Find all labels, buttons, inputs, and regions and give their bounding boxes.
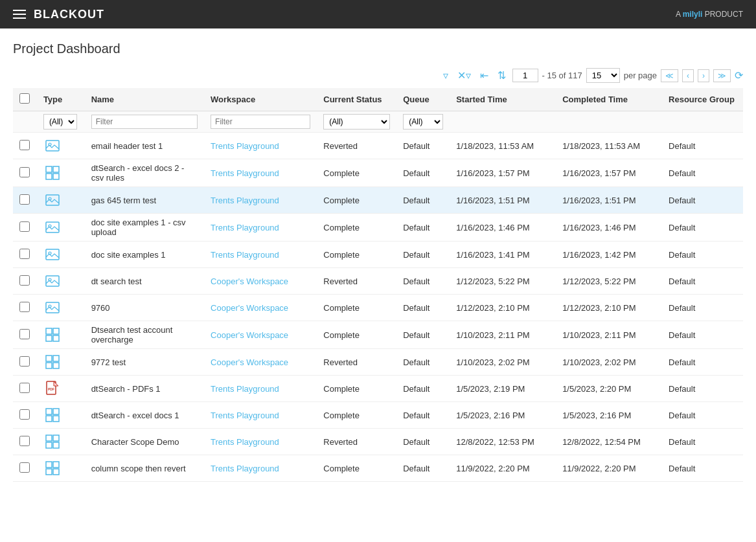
row-name-cell: doc site examples 1: [85, 242, 204, 268]
first-page-icon[interactable]: ⇤: [477, 68, 491, 83]
type-icon-pdf: PDF: [43, 379, 62, 398]
row-type-cell: PDF: [37, 376, 85, 402]
workspace-link[interactable]: Trents Playground: [211, 223, 279, 232]
export-icon[interactable]: ⇅: [495, 68, 509, 83]
status-filter-select[interactable]: (All): [323, 114, 390, 130]
row-queue-cell: Default: [396, 133, 450, 159]
row-type-cell: [37, 187, 85, 214]
queue-filter-select[interactable]: (All): [403, 114, 443, 130]
row-queue: Default: [403, 303, 430, 313]
row-started: 1/5/2023, 2:19 PM: [456, 384, 525, 394]
row-checkbox[interactable]: [19, 409, 30, 420]
type-icon-grid: [43, 433, 62, 451]
row-checkbox[interactable]: [19, 194, 30, 205]
row-workspace-cell: Trents Playground: [204, 214, 317, 242]
next-page-button[interactable]: ›: [698, 69, 709, 82]
workspace-link[interactable]: Trents Playground: [211, 168, 279, 178]
row-started: 1/16/2023, 1:41 PM: [456, 250, 529, 260]
workspace-link[interactable]: Cooper's Workspace: [211, 303, 288, 313]
row-status-cell: Reverted: [317, 268, 396, 295]
table-row: gas 645 term test Trents Playground Comp…: [13, 187, 743, 214]
workspace-link[interactable]: Cooper's Workspace: [211, 277, 288, 286]
row-checkbox[interactable]: [19, 275, 30, 286]
row-checkbox[interactable]: [19, 140, 30, 150]
row-started: 12/8/2022, 12:53 PM: [456, 437, 534, 447]
started-column-header: Started Time: [450, 88, 556, 111]
row-started: 1/16/2023, 1:46 PM: [456, 223, 529, 232]
workspace-link[interactable]: Trents Playground: [211, 464, 279, 473]
type-icon-image: [43, 272, 62, 290]
name-column-header: Name: [85, 88, 204, 111]
row-status: Complete: [323, 330, 360, 340]
table-row: email header test 1 Trents Playground Re…: [13, 133, 743, 159]
row-checkbox[interactable]: [19, 249, 30, 259]
row-resource: Default: [669, 357, 695, 367]
refresh-button[interactable]: ⟳: [735, 69, 743, 82]
row-started: 1/16/2023, 1:57 PM: [456, 168, 529, 178]
per-page-select[interactable]: 15 25 50 100: [586, 68, 620, 83]
row-completed: 1/12/2023, 5:22 PM: [562, 277, 636, 286]
workspace-link[interactable]: Trents Playground: [211, 196, 279, 205]
row-status-cell: Complete: [317, 214, 396, 242]
svg-rect-28: [46, 416, 52, 422]
workspace-link[interactable]: Trents Playground: [211, 437, 279, 447]
row-resource: Default: [669, 250, 695, 260]
row-workspace-cell: Trents Playground: [204, 429, 317, 455]
row-completed: 1/16/2023, 1:51 PM: [562, 196, 636, 205]
workspace-link[interactable]: Cooper's Workspace: [211, 330, 288, 340]
row-name-cell: dtSearch - excel docs 2 - csv rules: [85, 159, 204, 187]
workspace-filter-cell: [204, 111, 317, 133]
type-filter-select[interactable]: (All): [43, 114, 77, 130]
row-checkbox[interactable]: [19, 302, 30, 312]
row-resource: Default: [669, 411, 695, 420]
row-name-cell: column scope then revert: [85, 455, 204, 482]
row-resource: Default: [669, 277, 695, 286]
table-row: doc site examples 1 - csv upload Trents …: [13, 214, 743, 242]
row-checkbox[interactable]: [19, 462, 30, 473]
row-checkbox[interactable]: [19, 436, 30, 446]
row-name-cell: 9760: [85, 295, 204, 321]
row-type-cell: [37, 159, 85, 187]
select-all-checkbox[interactable]: [19, 93, 30, 104]
filter-clear-icon[interactable]: ✕▿: [455, 68, 474, 83]
page-number-input[interactable]: 1: [512, 69, 538, 82]
row-checkbox[interactable]: [19, 383, 30, 393]
brand-label: A milyli PRODUCT: [676, 10, 743, 19]
row-checkbox[interactable]: [19, 329, 30, 339]
row-status-cell: Reverted: [317, 429, 396, 455]
row-checkbox-cell: [13, 376, 37, 402]
per-page-label: per page: [624, 71, 657, 80]
row-started: 1/10/2023, 2:02 PM: [456, 357, 529, 367]
name-filter-cell: [85, 111, 204, 133]
row-name-cell: 9772 test: [85, 349, 204, 376]
workspace-link[interactable]: Trents Playground: [211, 411, 279, 420]
row-queue: Default: [403, 277, 430, 286]
filter-icon[interactable]: ▿: [441, 68, 451, 83]
row-queue-cell: Default: [396, 268, 450, 295]
workspace-link[interactable]: Trents Playground: [211, 384, 279, 394]
name-filter-input[interactable]: [91, 115, 198, 129]
row-completed: 1/12/2023, 2:10 PM: [562, 303, 636, 313]
table-row: 9760 Cooper's Workspace Complete Default…: [13, 295, 743, 321]
row-status: Reverted: [323, 437, 358, 447]
row-name: column scope then revert: [91, 464, 186, 473]
svg-rect-31: [53, 435, 59, 441]
row-checkbox[interactable]: [19, 221, 30, 232]
workspace-filter-input[interactable]: [211, 115, 310, 129]
row-checkbox[interactable]: [19, 167, 30, 177]
row-resource: Default: [669, 384, 695, 394]
hamburger-menu[interactable]: [13, 10, 26, 19]
app-logo: BLACKOUT: [34, 8, 104, 21]
row-queue-cell: Default: [396, 187, 450, 214]
row-queue: Default: [403, 196, 430, 205]
row-checkbox[interactable]: [19, 356, 30, 367]
last-page-button[interactable]: ≫: [713, 69, 731, 82]
workspace-link[interactable]: Trents Playground: [211, 250, 279, 260]
page-title: Project Dashboard: [13, 41, 743, 56]
first-page-button[interactable]: ≪: [661, 69, 678, 82]
workspace-link[interactable]: Trents Playground: [211, 141, 279, 151]
workspace-link[interactable]: Cooper's Workspace: [211, 357, 288, 367]
row-started-cell: 1/10/2023, 2:11 PM: [450, 321, 556, 349]
select-all-header: [13, 88, 37, 111]
prev-page-button[interactable]: ‹: [682, 69, 694, 82]
